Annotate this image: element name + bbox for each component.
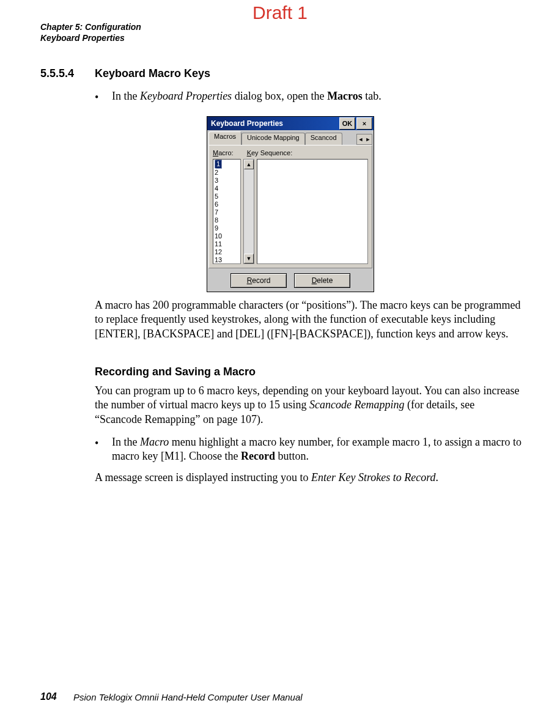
list-item[interactable]: 3 bbox=[215, 177, 240, 185]
tab-scroller[interactable]: ◄ ► bbox=[356, 134, 372, 145]
page: Draft 1 Chapter 5: Configuration Keyboar… bbox=[0, 0, 560, 728]
list-item[interactable]: 9 bbox=[215, 224, 240, 232]
list-item[interactable]: 6 bbox=[215, 200, 240, 208]
tab-macros[interactable]: Macros bbox=[208, 131, 241, 145]
list-item[interactable]: 2 bbox=[215, 169, 240, 177]
list-item[interactable]: 10 bbox=[215, 232, 240, 240]
key-sequence-box[interactable] bbox=[257, 159, 368, 264]
macro-list-scrollbar[interactable]: ▲ ▼ bbox=[243, 159, 254, 264]
draft-watermark: Draft 1 bbox=[0, 2, 560, 23]
keyboard-properties-dialog: Keyboard Properties OK × Macros Unicode … bbox=[207, 116, 374, 292]
list-item[interactable]: 4 bbox=[215, 185, 240, 193]
close-button[interactable]: × bbox=[356, 117, 372, 130]
ok-button[interactable]: OK bbox=[339, 117, 355, 130]
list-item[interactable]: 5 bbox=[215, 193, 240, 200]
list-item[interactable]: 7 bbox=[215, 208, 240, 216]
subheading-recording: Recording and Saving a Macro bbox=[95, 366, 256, 378]
macro-label: Macro: bbox=[213, 149, 234, 156]
list-item[interactable]: 1 bbox=[215, 160, 222, 169]
scroll-down-icon[interactable]: ▼ bbox=[244, 254, 254, 263]
bullet-1-text: In the Keyboard Properties dialog box, o… bbox=[112, 89, 523, 103]
footer-manual-title: Psion Teklogix Omnii Hand-Held Computer … bbox=[73, 692, 303, 702]
macro-listbox[interactable]: 1 2 3 4 5 6 7 8 9 10 11 12 13 bbox=[213, 159, 241, 264]
dialog-titlebar[interactable]: Keyboard Properties OK × bbox=[207, 117, 374, 130]
section-number: 5.5.5.4 bbox=[40, 67, 74, 80]
bullet-2-text: In the Macro menu highlight a macro key … bbox=[112, 435, 523, 464]
tab-scancode[interactable]: Scancod bbox=[305, 133, 342, 145]
list-item[interactable]: 8 bbox=[215, 216, 240, 224]
page-number: 104 bbox=[40, 691, 57, 702]
tab-scroll-right-icon[interactable]: ► bbox=[364, 134, 372, 144]
bullet-icon: • bbox=[95, 436, 98, 450]
paragraph-3: A message screen is displayed instructin… bbox=[95, 471, 523, 485]
scroll-up-icon[interactable]: ▲ bbox=[244, 160, 254, 169]
bullet-icon: • bbox=[95, 90, 98, 105]
header-section: Keyboard Properties bbox=[40, 33, 125, 43]
list-item[interactable]: 12 bbox=[215, 248, 240, 256]
list-item[interactable]: 11 bbox=[215, 240, 240, 248]
key-sequence-label: Key Sequence: bbox=[247, 149, 293, 156]
record-button[interactable]: Record bbox=[230, 273, 287, 288]
list-item[interactable]: 13 bbox=[215, 256, 240, 264]
paragraph-2: You can program up to 6 macro keys, depe… bbox=[95, 384, 523, 427]
tab-unicode-mapping[interactable]: Unicode Mapping bbox=[241, 133, 305, 145]
delete-button[interactable]: Delete bbox=[294, 273, 350, 288]
dialog-title: Keyboard Properties bbox=[211, 119, 283, 128]
section-title: Keyboard Macro Keys bbox=[95, 67, 210, 80]
paragraph-1: A macro has 200 programmable characters … bbox=[95, 298, 523, 341]
header-chapter: Chapter 5: Configuration bbox=[40, 22, 141, 32]
tab-scroll-left-icon[interactable]: ◄ bbox=[357, 134, 364, 144]
